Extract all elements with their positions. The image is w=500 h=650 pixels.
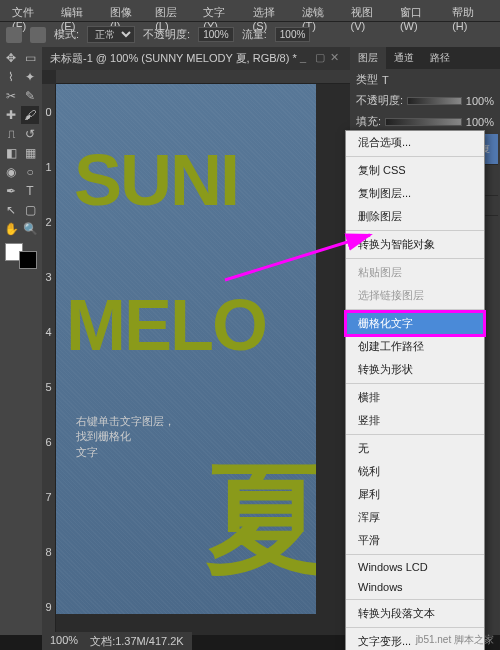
context-menu-item[interactable]: 删除图层: [346, 205, 484, 228]
wand-tool[interactable]: ✦: [21, 68, 39, 86]
dodge-tool[interactable]: ○: [21, 163, 39, 181]
heal-tool[interactable]: ✚: [2, 106, 20, 124]
menu-item[interactable]: 编辑(E): [55, 3, 102, 18]
toolbox: ✥ ▭ ⌇ ✦ ✂ ✎ ✚ 🖌 ⎍ ↺ ◧ ▦ ◉ ○ ✒ T ↖ ▢ ✋ 🔍: [0, 47, 42, 635]
type-tool[interactable]: T: [21, 182, 39, 200]
context-menu-item[interactable]: 平滑: [346, 529, 484, 552]
canvas[interactable]: SUNI MELO 夏 右键单击文字图层，找到栅格化文字: [56, 84, 316, 614]
tab-paths[interactable]: 路径: [422, 47, 458, 69]
context-menu-item[interactable]: 混合选项...: [346, 131, 484, 154]
watermark: jb51.net 脚本之家: [416, 633, 494, 647]
brush-tool[interactable]: 🖌: [21, 106, 39, 124]
ruler-horizontal: [56, 70, 350, 84]
menu-item[interactable]: 滤镜(T): [296, 3, 343, 18]
context-menu-item[interactable]: 浑厚: [346, 506, 484, 529]
layer-opacity-value: 100%: [466, 95, 494, 107]
crop-tool[interactable]: ✂: [2, 87, 20, 105]
marquee-tool[interactable]: ▭: [21, 49, 39, 67]
menu-item[interactable]: 帮助(H): [446, 3, 494, 18]
tab-layers[interactable]: 图层: [350, 47, 386, 69]
menu-item[interactable]: 图层(L): [149, 3, 195, 18]
ruler-vertical: 0123456789: [42, 84, 56, 635]
canvas-text-1: SUNI: [74, 139, 238, 221]
context-menu-item[interactable]: 锐利: [346, 460, 484, 483]
maximize-icon[interactable]: ▢: [315, 51, 327, 63]
mode-select[interactable]: 正常: [87, 26, 135, 43]
context-menu-item: 选择链接图层: [346, 284, 484, 307]
context-menu-item[interactable]: 复制图层...: [346, 182, 484, 205]
menu-bar: 文件(F)编辑(E)图像(I)图层(L)文字(Y)选择(S)滤镜(T)视图(V)…: [0, 0, 500, 21]
menu-item[interactable]: 选择(S): [247, 3, 294, 18]
zoom-tool[interactable]: 🔍: [21, 220, 39, 238]
layer-opacity-label: 不透明度:: [356, 93, 403, 108]
layer-fill-slider[interactable]: [385, 118, 462, 126]
panel-tabs: 图层 通道 路径: [350, 47, 500, 69]
opacity-value[interactable]: 100%: [198, 27, 234, 42]
doc-size: 文档:1.37M/417.2K: [90, 634, 184, 648]
brush-preset-icon[interactable]: [30, 27, 46, 43]
context-menu-item[interactable]: 转换为智能对象: [346, 233, 484, 256]
zoom-level[interactable]: 100%: [50, 634, 78, 648]
context-menu-item[interactable]: 创建工作路径: [346, 335, 484, 358]
opacity-label: 不透明度:: [143, 27, 190, 42]
eyedropper-tool[interactable]: ✎: [21, 87, 39, 105]
tool-preset-icon[interactable]: [6, 27, 22, 43]
blur-tool[interactable]: ◉: [2, 163, 20, 181]
move-tool[interactable]: ✥: [2, 49, 20, 67]
mode-label: 模式:: [54, 27, 79, 42]
minimize-icon[interactable]: _: [300, 51, 312, 63]
canvas-text-2: MELO: [66, 284, 266, 366]
filter-type-icon[interactable]: T: [382, 74, 389, 86]
color-swatch[interactable]: [5, 243, 37, 269]
context-menu-item[interactable]: 无: [346, 437, 484, 460]
context-menu-item[interactable]: 犀利: [346, 483, 484, 506]
hand-tool[interactable]: ✋: [2, 220, 20, 238]
context-menu-item[interactable]: 栅格化文字: [346, 312, 484, 335]
context-menu: 混合选项...复制 CSS复制图层...删除图层转换为智能对象粘贴图层选择链接图…: [345, 130, 485, 650]
context-menu-item: 粘贴图层: [346, 261, 484, 284]
close-icon[interactable]: ✕: [330, 51, 342, 63]
lasso-tool[interactable]: ⌇: [2, 68, 20, 86]
menu-item[interactable]: 图像(I): [104, 3, 147, 18]
document-title: 未标题-1 @ 100% (SUNNY MELODY 夏, RGB/8) *: [50, 51, 297, 66]
context-menu-item[interactable]: 复制 CSS: [346, 159, 484, 182]
menu-item[interactable]: 窗口(W): [394, 3, 444, 18]
tab-channels[interactable]: 通道: [386, 47, 422, 69]
status-bar: 100% 文档:1.37M/417.2K: [42, 632, 192, 650]
canvas-text-3: 夏: [206, 439, 316, 602]
menu-item[interactable]: 视图(V): [345, 3, 392, 18]
gradient-tool[interactable]: ▦: [21, 144, 39, 162]
layer-fill-value: 100%: [466, 116, 494, 128]
pen-tool[interactable]: ✒: [2, 182, 20, 200]
history-brush-tool[interactable]: ↺: [21, 125, 39, 143]
context-menu-item[interactable]: 转换为形状: [346, 358, 484, 381]
shape-tool[interactable]: ▢: [21, 201, 39, 219]
menu-item[interactable]: 文件(F): [6, 3, 53, 18]
path-tool[interactable]: ↖: [2, 201, 20, 219]
context-menu-item[interactable]: 竖排: [346, 409, 484, 432]
layer-fill-label: 填充:: [356, 114, 381, 129]
menu-item[interactable]: 文字(Y): [197, 3, 244, 18]
flow-label: 流量:: [242, 27, 267, 42]
document-area: 未标题-1 @ 100% (SUNNY MELODY 夏, RGB/8) * _…: [42, 47, 350, 635]
context-menu-item[interactable]: 转换为段落文本: [346, 602, 484, 625]
layer-opacity-slider[interactable]: [407, 97, 462, 105]
layer-kind-row: 类型 T: [350, 69, 500, 90]
stamp-tool[interactable]: ⎍: [2, 125, 20, 143]
flow-value[interactable]: 100%: [275, 27, 311, 42]
eraser-tool[interactable]: ◧: [2, 144, 20, 162]
document-tab[interactable]: 未标题-1 @ 100% (SUNNY MELODY 夏, RGB/8) * _…: [42, 47, 350, 70]
context-menu-item[interactable]: Windows LCD: [346, 557, 484, 577]
context-menu-item[interactable]: Windows: [346, 577, 484, 597]
annotation-text: 右键单击文字图层，找到栅格化文字: [76, 414, 175, 460]
context-menu-item[interactable]: 横排: [346, 386, 484, 409]
